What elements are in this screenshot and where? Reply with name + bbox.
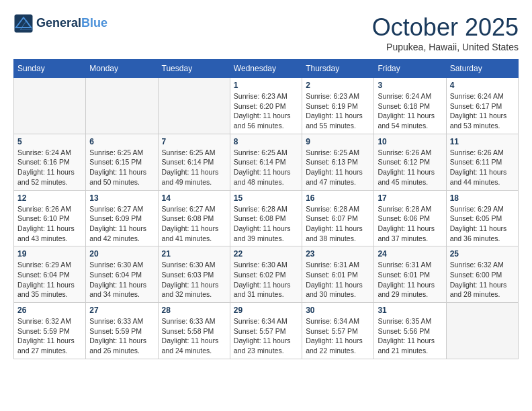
calendar-cell: 11Sunrise: 6:26 AM Sunset: 6:11 PM Dayli… xyxy=(446,134,518,190)
calendar-cell: 20Sunrise: 6:30 AM Sunset: 6:04 PM Dayli… xyxy=(86,246,158,303)
calendar-cell: 8Sunrise: 6:25 AM Sunset: 6:14 PM Daylig… xyxy=(230,134,302,190)
calendar-week-row: 12Sunrise: 6:26 AM Sunset: 6:10 PM Dayli… xyxy=(14,190,519,246)
calendar-cell: 2Sunrise: 6:23 AM Sunset: 6:19 PM Daylig… xyxy=(302,78,374,134)
day-number: 30 xyxy=(306,306,370,315)
day-number: 7 xyxy=(162,137,226,146)
calendar-cell: 26Sunrise: 6:32 AM Sunset: 5:59 PM Dayli… xyxy=(14,303,86,359)
day-number: 28 xyxy=(162,306,226,315)
day-info: Sunrise: 6:24 AM Sunset: 6:17 PM Dayligh… xyxy=(450,91,515,131)
day-number: 6 xyxy=(89,137,154,146)
day-info: Sunrise: 6:26 AM Sunset: 6:11 PM Dayligh… xyxy=(450,148,515,187)
calendar-cell: 18Sunrise: 6:29 AM Sunset: 6:05 PM Dayli… xyxy=(446,190,518,246)
day-number: 31 xyxy=(378,306,442,315)
calendar-week-row: 19Sunrise: 6:29 AM Sunset: 6:04 PM Dayli… xyxy=(14,246,519,303)
day-number: 15 xyxy=(234,193,298,203)
day-info: Sunrise: 6:29 AM Sunset: 6:04 PM Dayligh… xyxy=(17,260,82,300)
calendar-cell: 10Sunrise: 6:26 AM Sunset: 6:12 PM Dayli… xyxy=(374,134,446,190)
day-info: Sunrise: 6:28 AM Sunset: 6:06 PM Dayligh… xyxy=(378,204,442,244)
calendar-cell: 15Sunrise: 6:28 AM Sunset: 6:08 PM Dayli… xyxy=(230,190,302,246)
calendar-week-row: 26Sunrise: 6:32 AM Sunset: 5:59 PM Dayli… xyxy=(14,303,519,359)
calendar-cell: 13Sunrise: 6:27 AM Sunset: 6:09 PM Dayli… xyxy=(86,190,158,246)
day-number: 12 xyxy=(17,193,82,203)
weekday-header: Thursday xyxy=(302,60,374,78)
month-title: October 2025 xyxy=(372,13,519,42)
day-number: 2 xyxy=(306,81,370,90)
day-number: 4 xyxy=(450,81,515,90)
calendar-cell xyxy=(446,303,518,359)
calendar-cell: 14Sunrise: 6:27 AM Sunset: 6:08 PM Dayli… xyxy=(158,190,230,246)
calendar-cell: 27Sunrise: 6:33 AM Sunset: 5:59 PM Dayli… xyxy=(86,303,158,359)
day-number: 27 xyxy=(89,306,154,315)
calendar-cell xyxy=(14,78,86,134)
calendar-cell: 23Sunrise: 6:31 AM Sunset: 6:01 PM Dayli… xyxy=(302,246,374,303)
logo-icon xyxy=(13,13,34,34)
calendar-cell: 29Sunrise: 6:34 AM Sunset: 5:57 PM Dayli… xyxy=(230,303,302,359)
day-number: 23 xyxy=(306,249,370,259)
day-info: Sunrise: 6:30 AM Sunset: 6:03 PM Dayligh… xyxy=(162,260,226,300)
calendar-cell: 21Sunrise: 6:30 AM Sunset: 6:03 PM Dayli… xyxy=(158,246,230,303)
calendar-cell: 17Sunrise: 6:28 AM Sunset: 6:06 PM Dayli… xyxy=(374,190,446,246)
day-number: 21 xyxy=(162,249,226,259)
day-number: 5 xyxy=(17,137,82,146)
calendar-week-row: 5Sunrise: 6:24 AM Sunset: 6:16 PM Daylig… xyxy=(14,134,519,190)
day-number: 8 xyxy=(234,137,298,146)
calendar-cell: 16Sunrise: 6:28 AM Sunset: 6:07 PM Dayli… xyxy=(302,190,374,246)
day-number: 3 xyxy=(378,81,442,90)
calendar-cell: 4Sunrise: 6:24 AM Sunset: 6:17 PM Daylig… xyxy=(446,78,518,134)
calendar-cell: 6Sunrise: 6:25 AM Sunset: 6:15 PM Daylig… xyxy=(86,134,158,190)
day-info: Sunrise: 6:32 AM Sunset: 6:00 PM Dayligh… xyxy=(450,260,515,300)
weekday-header: Friday xyxy=(374,60,446,78)
day-number: 18 xyxy=(450,193,515,203)
day-info: Sunrise: 6:33 AM Sunset: 5:58 PM Dayligh… xyxy=(162,316,226,356)
day-info: Sunrise: 6:32 AM Sunset: 5:59 PM Dayligh… xyxy=(17,316,82,356)
calendar-cell: 24Sunrise: 6:31 AM Sunset: 6:01 PM Dayli… xyxy=(374,246,446,303)
day-number: 20 xyxy=(89,249,154,259)
day-info: Sunrise: 6:33 AM Sunset: 5:59 PM Dayligh… xyxy=(89,316,154,356)
day-info: Sunrise: 6:24 AM Sunset: 6:16 PM Dayligh… xyxy=(17,148,82,187)
day-info: Sunrise: 6:25 AM Sunset: 6:15 PM Dayligh… xyxy=(89,148,154,187)
day-info: Sunrise: 6:27 AM Sunset: 6:08 PM Dayligh… xyxy=(162,204,226,244)
weekday-header: Sunday xyxy=(14,60,86,78)
day-info: Sunrise: 6:30 AM Sunset: 6:02 PM Dayligh… xyxy=(234,260,298,300)
calendar-cell: 1Sunrise: 6:23 AM Sunset: 6:20 PM Daylig… xyxy=(230,78,302,134)
day-info: Sunrise: 6:34 AM Sunset: 5:57 PM Dayligh… xyxy=(234,316,298,356)
day-number: 10 xyxy=(378,137,442,146)
day-info: Sunrise: 6:23 AM Sunset: 6:19 PM Dayligh… xyxy=(306,91,370,131)
weekday-header: Saturday xyxy=(446,60,518,78)
day-number: 17 xyxy=(378,193,442,203)
day-number: 9 xyxy=(306,137,370,146)
calendar-cell: 30Sunrise: 6:34 AM Sunset: 5:57 PM Dayli… xyxy=(302,303,374,359)
day-info: Sunrise: 6:26 AM Sunset: 6:10 PM Dayligh… xyxy=(17,204,82,244)
weekday-header: Tuesday xyxy=(158,60,230,78)
calendar-cell xyxy=(86,78,158,134)
day-number: 26 xyxy=(17,306,82,315)
weekday-header: Wednesday xyxy=(230,60,302,78)
calendar-cell: 22Sunrise: 6:30 AM Sunset: 6:02 PM Dayli… xyxy=(230,246,302,303)
weekday-header-row: SundayMondayTuesdayWednesdayThursdayFrid… xyxy=(14,60,519,78)
day-info: Sunrise: 6:30 AM Sunset: 6:04 PM Dayligh… xyxy=(89,260,154,300)
day-info: Sunrise: 6:28 AM Sunset: 6:07 PM Dayligh… xyxy=(306,204,370,244)
calendar-table: SundayMondayTuesdayWednesdayThursdayFrid… xyxy=(13,59,519,359)
day-info: Sunrise: 6:25 AM Sunset: 6:14 PM Dayligh… xyxy=(234,148,298,187)
calendar-cell: 7Sunrise: 6:25 AM Sunset: 6:14 PM Daylig… xyxy=(158,134,230,190)
day-number: 13 xyxy=(89,193,154,203)
day-info: Sunrise: 6:34 AM Sunset: 5:57 PM Dayligh… xyxy=(306,316,370,356)
day-info: Sunrise: 6:28 AM Sunset: 6:08 PM Dayligh… xyxy=(234,204,298,244)
calendar-week-row: 1Sunrise: 6:23 AM Sunset: 6:20 PM Daylig… xyxy=(14,78,519,134)
day-info: Sunrise: 6:35 AM Sunset: 5:56 PM Dayligh… xyxy=(378,316,442,356)
day-info: Sunrise: 6:25 AM Sunset: 6:14 PM Dayligh… xyxy=(162,148,226,187)
weekday-header: Monday xyxy=(86,60,158,78)
day-number: 16 xyxy=(306,193,370,203)
day-number: 14 xyxy=(162,193,226,203)
day-number: 1 xyxy=(234,81,298,90)
logo: GeneralBlue xyxy=(13,13,107,34)
page-header: GeneralBlue October 2025 Pupukea, Hawaii… xyxy=(13,13,519,52)
day-number: 24 xyxy=(378,249,442,259)
day-info: Sunrise: 6:31 AM Sunset: 6:01 PM Dayligh… xyxy=(306,260,370,300)
day-info: Sunrise: 6:29 AM Sunset: 6:05 PM Dayligh… xyxy=(450,204,515,244)
day-info: Sunrise: 6:23 AM Sunset: 6:20 PM Dayligh… xyxy=(234,91,298,131)
calendar-cell: 3Sunrise: 6:24 AM Sunset: 6:18 PM Daylig… xyxy=(374,78,446,134)
calendar-cell: 28Sunrise: 6:33 AM Sunset: 5:58 PM Dayli… xyxy=(158,303,230,359)
location: Pupukea, Hawaii, United States xyxy=(372,42,519,52)
calendar-cell: 9Sunrise: 6:25 AM Sunset: 6:13 PM Daylig… xyxy=(302,134,374,190)
